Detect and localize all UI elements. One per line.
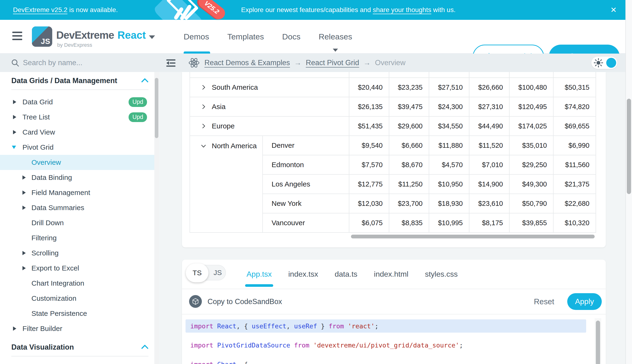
sidebar-item-drill-down[interactable]: Drill Down bbox=[0, 215, 158, 230]
reset-button[interactable]: Reset bbox=[534, 289, 554, 314]
sidebar-scrollbar[interactable] bbox=[154, 72, 159, 364]
value-cell[interactable]: $21,375 bbox=[553, 174, 596, 194]
chevron-up-icon[interactable] bbox=[141, 345, 148, 352]
value-cell[interactable]: $11,520 bbox=[469, 136, 509, 155]
sidebar-section-data-grids[interactable]: Data Grids / Data Management bbox=[0, 72, 158, 90]
js-option[interactable]: JS bbox=[210, 265, 225, 280]
value-cell[interactable]: $34,550 bbox=[429, 116, 469, 136]
city-cell-denver[interactable]: Denver bbox=[263, 136, 349, 155]
value-cell[interactable]: $12,030 bbox=[349, 194, 389, 213]
sidebar-item-data-grid[interactable]: Data GridUpd bbox=[0, 94, 158, 110]
breadcrumb-link-demos[interactable]: React Demos & Examples bbox=[204, 58, 290, 67]
value-cell[interactable]: $174,025 bbox=[509, 116, 553, 136]
value-cell[interactable]: $9,540 bbox=[349, 136, 389, 155]
region-cell-north-america[interactable]: North America bbox=[190, 136, 263, 232]
version-link[interactable]: DevExtreme v25.2 bbox=[13, 6, 67, 14]
value-cell[interactable]: $29,250 bbox=[509, 155, 553, 174]
value-cell[interactable]: $74,820 bbox=[553, 97, 596, 116]
tab-app-tsx[interactable]: App.tsx bbox=[247, 260, 272, 289]
value-cell[interactable]: $49,300 bbox=[509, 174, 553, 194]
value-cell[interactable]: $51,435 bbox=[349, 116, 389, 136]
chevron-down-icon[interactable] bbox=[149, 36, 155, 39]
share-thoughts-link[interactable]: share your thoughts bbox=[373, 6, 431, 14]
value-cell[interactable]: $35,010 bbox=[509, 136, 553, 155]
sidebar-item-export-to-excel[interactable]: Export to Excel bbox=[0, 260, 158, 276]
sidebar-item-filter-builder[interactable]: Filter Builder bbox=[0, 321, 158, 336]
copy-to-codesandbox-button[interactable]: Copy to CodeSandBox bbox=[207, 289, 282, 314]
theme-toggle[interactable] bbox=[591, 57, 617, 69]
city-cell-edmonton[interactable]: Edmonton bbox=[263, 155, 349, 174]
sidebar-item-state-persistence[interactable]: State Persistence bbox=[0, 306, 158, 321]
nav-item-releases[interactable]: Releases bbox=[319, 20, 352, 54]
sidebar-item-field-management[interactable]: Field Management bbox=[0, 185, 158, 200]
value-cell[interactable]: $50,790 bbox=[509, 194, 553, 213]
code-scrollbar[interactable] bbox=[595, 318, 601, 364]
expand-row-icon[interactable] bbox=[200, 84, 206, 90]
sidebar-item-data-binding[interactable]: Data Binding bbox=[0, 170, 158, 185]
sidebar-item-tree-list[interactable]: Tree ListUpd bbox=[0, 110, 158, 125]
value-cell[interactable]: $20,440 bbox=[349, 78, 389, 97]
codesandbox-icon[interactable] bbox=[189, 295, 202, 308]
framework-selector[interactable]: React bbox=[117, 29, 146, 41]
sidebar-item-scrolling[interactable]: Scrolling bbox=[0, 246, 158, 260]
region-cell-asia[interactable]: Asia bbox=[190, 97, 349, 116]
value-cell[interactable]: $8,835 bbox=[389, 213, 429, 232]
value-cell[interactable]: $10,995 bbox=[429, 213, 469, 232]
horizontal-scrollbar-thumb[interactable] bbox=[351, 235, 595, 238]
sidebar-item-chart-integration[interactable]: Chart Integration bbox=[0, 276, 158, 291]
value-cell[interactable]: $6,660 bbox=[389, 136, 429, 155]
code-line-1[interactable]: import React, { useEffect, useRef } from… bbox=[185, 320, 586, 332]
value-cell[interactable]: $26,660 bbox=[469, 78, 509, 97]
city-cell-los-angeles[interactable]: Los Angeles bbox=[263, 174, 349, 194]
value-cell[interactable]: $10,950 bbox=[429, 174, 469, 194]
value-cell[interactable]: $11,250 bbox=[389, 174, 429, 194]
value-cell[interactable]: $14,900 bbox=[469, 174, 509, 194]
value-cell[interactable]: $24,300 bbox=[429, 97, 469, 116]
value-cell[interactable]: $6,075 bbox=[349, 213, 389, 232]
value-cell[interactable]: $39,855 bbox=[509, 213, 553, 232]
page-scrollbar[interactable] bbox=[625, 0, 632, 364]
language-toggle[interactable]: TS JS bbox=[186, 265, 226, 280]
tab-index-html[interactable]: index.html bbox=[374, 260, 408, 289]
code-scrollbar-thumb[interactable] bbox=[596, 320, 600, 364]
tab-data-ts[interactable]: data.ts bbox=[335, 260, 357, 289]
value-cell[interactable]: $11,880 bbox=[429, 136, 469, 155]
collapse-row-icon[interactable] bbox=[200, 143, 206, 149]
toggle-knob[interactable] bbox=[606, 58, 616, 68]
nav-item-docs[interactable]: Docs bbox=[282, 20, 300, 54]
value-cell[interactable]: $7,010 bbox=[469, 155, 509, 174]
collapse-panel-icon[interactable] bbox=[165, 58, 176, 68]
apply-button[interactable]: Apply bbox=[567, 293, 602, 310]
value-cell[interactable]: $23,700 bbox=[389, 194, 429, 213]
value-cell[interactable]: $23,235 bbox=[389, 78, 429, 97]
city-cell-new-york[interactable]: New York bbox=[263, 194, 349, 213]
language-toggle-knob[interactable]: TS bbox=[186, 264, 208, 282]
sidebar-item-overview[interactable]: Overview bbox=[0, 155, 158, 170]
value-cell[interactable]: $39,475 bbox=[389, 97, 429, 116]
sidebar-scrollbar-thumb[interactable] bbox=[155, 78, 158, 138]
value-cell[interactable]: $10,320 bbox=[553, 213, 596, 232]
expand-row-icon[interactable] bbox=[200, 123, 206, 129]
sidebar-item-data-summaries[interactable]: Data Summaries bbox=[0, 200, 158, 215]
value-cell[interactable]: $23,610 bbox=[469, 194, 509, 213]
value-cell[interactable]: $6,990 bbox=[553, 136, 596, 155]
value-cell[interactable]: $44,490 bbox=[469, 116, 509, 136]
sidebar-section-data-visualization[interactable]: Data Visualization bbox=[0, 338, 158, 356]
value-cell[interactable]: $26,135 bbox=[349, 97, 389, 116]
region-cell-south-america[interactable]: South America bbox=[190, 78, 349, 97]
tab-index-tsx[interactable]: index.tsx bbox=[288, 260, 318, 289]
hamburger-menu-icon[interactable] bbox=[12, 32, 22, 41]
value-cell[interactable]: $8,175 bbox=[469, 213, 509, 232]
sidebar-item-customization[interactable]: Customization bbox=[0, 291, 158, 306]
city-cell-vancouver[interactable]: Vancouver bbox=[263, 213, 349, 232]
value-cell[interactable]: $27,310 bbox=[469, 97, 509, 116]
nav-item-demos[interactable]: Demos bbox=[184, 20, 209, 54]
close-icon[interactable]: ✕ bbox=[606, 0, 621, 20]
value-cell[interactable]: $50,315 bbox=[553, 78, 596, 97]
expand-row-icon[interactable] bbox=[200, 104, 206, 110]
value-cell[interactable]: $11,560 bbox=[553, 155, 596, 174]
value-cell[interactable]: $69,655 bbox=[553, 116, 596, 136]
sidebar-item-filtering[interactable]: Filtering bbox=[0, 230, 158, 246]
tab-styles-css[interactable]: styles.css bbox=[425, 260, 458, 289]
sidebar-item-card-view[interactable]: Card View bbox=[0, 125, 158, 140]
